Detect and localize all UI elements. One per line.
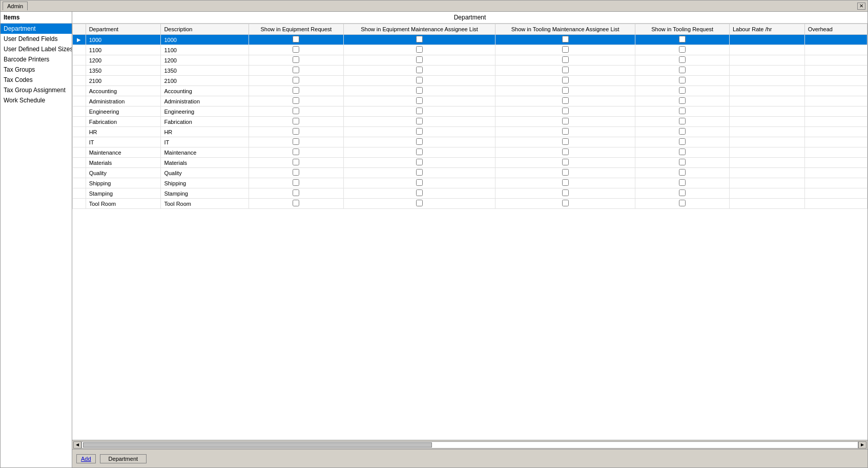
show-tooling-request-checkbox[interactable] — [679, 148, 686, 155]
sidebar-item-user-defined-label-sizes[interactable]: User Defined Label Sizes — [1, 44, 72, 54]
show-tooling-maint-checkbox[interactable] — [562, 108, 569, 114]
show-equip-maint-checkbox[interactable] — [416, 118, 423, 124]
show-tooling-maint-checkbox[interactable] — [562, 46, 569, 53]
show-equip-request-checkbox[interactable] — [293, 169, 299, 176]
table-row[interactable]: MaintenanceMaintenance — [73, 147, 867, 158]
show-tooling-request-checkbox[interactable] — [679, 138, 686, 145]
show-equip-maint-checkbox[interactable] — [416, 46, 423, 53]
show-tooling-request-checkbox[interactable] — [679, 108, 686, 114]
show-tooling-request-checkbox[interactable] — [679, 56, 686, 63]
table-row[interactable]: AdministrationAdministration — [73, 96, 867, 107]
table-row[interactable]: 12001200 — [73, 55, 867, 66]
show-equip-maint-checkbox[interactable] — [416, 87, 423, 94]
table-row[interactable]: Tool RoomTool Room — [73, 199, 867, 209]
show-equip-request-checkbox[interactable] — [293, 189, 299, 196]
show-equip-maint-checkbox[interactable] — [416, 179, 423, 186]
table-row[interactable]: ITIT — [73, 137, 867, 147]
show-equip-maint-checkbox[interactable] — [416, 56, 423, 63]
show-equip-request-checkbox[interactable] — [293, 118, 299, 124]
show-equip-request-checkbox[interactable] — [293, 128, 299, 135]
show-equip-maint-checkbox[interactable] — [416, 189, 423, 196]
show-tooling-request-checkbox[interactable] — [679, 36, 686, 42]
show-equip-request-checkbox[interactable] — [293, 67, 299, 73]
table-row[interactable]: ▶10001000 — [73, 35, 867, 45]
show-tooling-maint-checkbox[interactable] — [562, 179, 569, 186]
table-container[interactable]: DepartmentDescriptionShow in Equipment R… — [72, 24, 867, 440]
show-tooling-maint-checkbox[interactable] — [562, 148, 569, 155]
sidebar-item-tax-group-assignment[interactable]: Tax Group Assignment — [1, 85, 72, 95]
show-tooling-request-checkbox[interactable] — [679, 97, 686, 104]
admin-tab[interactable]: Admin — [3, 2, 28, 10]
sidebar-item-tax-groups[interactable]: Tax Groups — [1, 65, 72, 75]
show-tooling-maint-checkbox[interactable] — [562, 118, 569, 124]
sidebar-item-barcode-printers[interactable]: Barcode Printers — [1, 54, 72, 65]
show-tooling-maint-checkbox[interactable] — [562, 77, 569, 83]
scroll-right-arrow[interactable]: ▶ — [858, 441, 866, 449]
show-tooling-maint-checkbox[interactable] — [562, 200, 569, 206]
show-equip-maint-checkbox[interactable] — [416, 97, 423, 104]
sidebar-item-work-schedule[interactable]: Work Schedule — [1, 95, 72, 105]
show-tooling-maint-checkbox[interactable] — [562, 87, 569, 94]
table-row[interactable]: 21002100 — [73, 76, 867, 86]
show-tooling-maint-checkbox[interactable] — [562, 189, 569, 196]
horizontal-scrollbar[interactable] — [81, 441, 858, 449]
show-tooling-maint-checkbox[interactable] — [562, 36, 569, 42]
add-button[interactable]: Add — [76, 454, 96, 463]
close-button[interactable]: ✕ — [857, 3, 865, 10]
show-equip-maint-checkbox[interactable] — [416, 36, 423, 42]
table-row[interactable]: 13501350 — [73, 66, 867, 76]
show-tooling-request-checkbox[interactable] — [679, 179, 686, 186]
show-tooling-maint-checkbox[interactable] — [562, 128, 569, 135]
show-equip-request-checkbox[interactable] — [293, 108, 299, 114]
table-row[interactable]: 11001100 — [73, 45, 867, 55]
show-tooling-maint-checkbox[interactable] — [562, 159, 569, 165]
show-equip-request-checkbox[interactable] — [293, 179, 299, 186]
show-tooling-request-checkbox[interactable] — [679, 169, 686, 176]
show-tooling-request-checkbox[interactable] — [679, 118, 686, 124]
show-equip-maint-checkbox[interactable] — [416, 77, 423, 83]
show-tooling-maint-checkbox[interactable] — [562, 169, 569, 176]
table-row[interactable]: AccountingAccounting — [73, 86, 867, 96]
show-equip-request-checkbox[interactable] — [293, 200, 299, 206]
show-tooling-request-checkbox[interactable] — [679, 159, 686, 165]
show-tooling-request-checkbox[interactable] — [679, 200, 686, 206]
show-equip-request-checkbox[interactable] — [293, 77, 299, 83]
show-equip-request-checkbox[interactable] — [293, 97, 299, 104]
show-tooling-request-checkbox[interactable] — [679, 77, 686, 83]
show-equip-maint-checkbox[interactable] — [416, 169, 423, 176]
scrollbar-thumb[interactable] — [83, 442, 432, 448]
table-row[interactable]: FabricationFabrication — [73, 117, 867, 127]
scroll-left-arrow[interactable]: ◀ — [73, 441, 81, 449]
table-row[interactable]: StampingStamping — [73, 188, 867, 199]
show-equip-maint-checkbox[interactable] — [416, 108, 423, 114]
show-equip-maint-checkbox[interactable] — [416, 67, 423, 73]
show-equip-request-checkbox[interactable] — [293, 159, 299, 165]
table-row[interactable]: MaterialsMaterials — [73, 158, 867, 168]
show-equip-maint-checkbox[interactable] — [416, 128, 423, 135]
table-row[interactable]: HRHR — [73, 127, 867, 137]
show-equip-request-checkbox[interactable] — [293, 87, 299, 94]
table-row[interactable]: EngineeringEngineering — [73, 107, 867, 117]
show-equip-request-checkbox[interactable] — [293, 36, 299, 42]
show-tooling-maint-checkbox[interactable] — [562, 138, 569, 145]
show-tooling-request-checkbox[interactable] — [679, 189, 686, 196]
show-tooling-request-checkbox[interactable] — [679, 46, 686, 53]
show-equip-maint-checkbox[interactable] — [416, 159, 423, 165]
show-tooling-maint-checkbox[interactable] — [562, 67, 569, 73]
sidebar-item-tax-codes[interactable]: Tax Codes — [1, 75, 72, 85]
show-equip-maint-checkbox[interactable] — [416, 138, 423, 145]
show-tooling-request-checkbox[interactable] — [679, 67, 686, 73]
show-equip-request-checkbox[interactable] — [293, 56, 299, 63]
show-tooling-request-checkbox[interactable] — [679, 128, 686, 135]
table-row[interactable]: ShippingShipping — [73, 178, 867, 188]
show-equip-request-checkbox[interactable] — [293, 46, 299, 53]
show-equip-maint-checkbox[interactable] — [416, 200, 423, 206]
sidebar-item-department[interactable]: Department — [1, 24, 72, 34]
show-equip-request-checkbox[interactable] — [293, 138, 299, 145]
show-tooling-maint-checkbox[interactable] — [562, 97, 569, 104]
show-equip-maint-checkbox[interactable] — [416, 148, 423, 155]
table-row[interactable]: QualityQuality — [73, 168, 867, 178]
show-tooling-maint-checkbox[interactable] — [562, 56, 569, 63]
sidebar-item-user-defined-fields[interactable]: User Defined Fields — [1, 34, 72, 44]
show-tooling-request-checkbox[interactable] — [679, 87, 686, 94]
